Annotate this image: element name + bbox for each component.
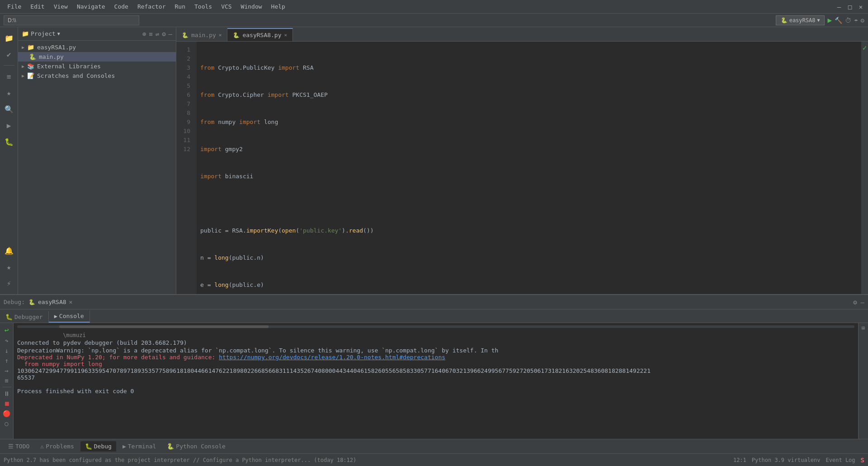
menu-code[interactable]: Code xyxy=(111,2,132,11)
structure-icon[interactable]: ≡ xyxy=(2,69,16,84)
menu-tools[interactable]: Tools xyxy=(191,2,216,11)
line-num-3: 3 xyxy=(176,63,193,72)
collapse-icon[interactable]: ≡ xyxy=(149,30,152,38)
tab-easyrsa8-py[interactable]: 🐍 easyRSA8.py ✕ xyxy=(227,28,293,41)
tab-problems[interactable]: ⚠ Problems xyxy=(36,441,78,452)
mute-breakpoints-icon[interactable]: ○ xyxy=(4,419,9,428)
tree-lib-expand-icon: ▶ xyxy=(22,64,24,69)
debug-label: Debug: xyxy=(4,299,25,305)
minimize-button[interactable]: — xyxy=(835,3,843,10)
right-gutter: ✓ xyxy=(861,42,868,294)
project-settings-icon[interactable]: ⚙ xyxy=(162,30,165,38)
run-to-cursor-icon[interactable]: → xyxy=(4,366,9,375)
menu-help[interactable]: Help xyxy=(268,2,289,11)
view-breakpoints-icon[interactable]: 🔴 xyxy=(2,409,11,418)
status-left: Python 2.7 has been configured as the pr… xyxy=(4,457,356,463)
stop-icon[interactable]: ⏹ xyxy=(3,399,11,408)
debug-deprecation-warning: DeprecationWarning: `np.long` is a depre… xyxy=(17,347,854,354)
bookmarks-icon[interactable]: ★ xyxy=(2,86,16,100)
evaluate-icon[interactable]: ≡ xyxy=(4,376,9,385)
debug-minimize-icon[interactable]: — xyxy=(861,299,864,306)
menu-file[interactable]: File xyxy=(4,2,25,11)
coverage-button[interactable]: ☂ xyxy=(854,17,858,24)
debugger-tab[interactable]: 🐛 Debugger xyxy=(0,311,49,323)
tree-item-main[interactable]: 🐍 main.py xyxy=(18,52,176,62)
menu-run[interactable]: Run xyxy=(171,2,189,11)
tab-easyrsa8-close[interactable]: ✕ xyxy=(284,32,288,38)
run-sidebar-icon[interactable]: ▶ xyxy=(2,118,16,133)
code-line-9: e = long(public.e) xyxy=(200,281,858,290)
tab-terminal[interactable]: ▶ Terminal xyxy=(118,441,160,452)
menu-window[interactable]: Window xyxy=(237,2,266,11)
tree-root-label: easyRSA1.py xyxy=(37,44,76,51)
close-button[interactable]: ✕ xyxy=(857,3,864,10)
debug-console-output[interactable]: \mumuzi Connected to pydev debugger (bui… xyxy=(14,323,858,439)
notifications-icon[interactable]: 🔔 xyxy=(2,243,16,258)
tab-main-py[interactable]: 🐍 main.py ✕ xyxy=(176,29,227,41)
check-mark-icon: ✓ xyxy=(861,43,868,52)
build-button[interactable]: 🔨 xyxy=(835,17,842,24)
debug-sidebar-icon[interactable]: 🐛 xyxy=(2,134,16,149)
debug-session-close[interactable]: ✕ xyxy=(69,299,73,305)
project-header-actions: ⊕ ≡ ⇌ ⚙ — xyxy=(142,30,172,38)
tab-python-console[interactable]: 🐍 Python Console xyxy=(162,441,230,452)
path-input[interactable] xyxy=(4,15,139,25)
restart-debug-icon[interactable]: ↩ xyxy=(4,325,10,335)
interpreter-info[interactable]: Python 3.9 virtualenv xyxy=(752,457,821,463)
debug-tab-label: Debug xyxy=(94,443,112,450)
tab-todo[interactable]: ☰ TODO xyxy=(4,441,34,452)
run-button[interactable]: ▶ xyxy=(827,16,832,24)
left-sidebar-icons: 📁 ✔ ≡ ★ 🔍 ▶ 🐛 🔔 ★ ⚡ xyxy=(0,27,18,294)
tab-main-close[interactable]: ✕ xyxy=(219,32,222,38)
run-config-selector[interactable]: 🐍 easyRSA8 ▼ xyxy=(776,15,825,25)
editor-tabs: 🐍 main.py ✕ 🐍 easyRSA8.py ✕ xyxy=(176,27,868,42)
console-tab-label: Console xyxy=(59,313,84,319)
lib-icon: 📚 xyxy=(27,63,34,70)
project-sidebar-icon[interactable]: 📁 xyxy=(2,31,16,45)
favorites-icon[interactable]: ★ xyxy=(2,260,16,274)
menu-refactor[interactable]: Refactor xyxy=(134,2,170,11)
commit-icon[interactable]: ✔ xyxy=(2,47,16,62)
minimize-panel-icon[interactable]: — xyxy=(169,30,172,38)
debug-settings-icon[interactable]: ⚙ xyxy=(853,299,857,306)
locate-icon[interactable]: ⊕ xyxy=(142,30,146,38)
dropdown-icon: ▼ xyxy=(817,18,820,23)
menu-view[interactable]: View xyxy=(50,2,71,11)
cursor-position[interactable]: 12:1 xyxy=(733,457,746,463)
console-tab[interactable]: ▶ Console xyxy=(49,310,90,323)
code-line-3: from numpy import long xyxy=(200,118,858,127)
profile-button[interactable]: ⏱ xyxy=(845,17,851,24)
menu-items: File Edit View Navigate Code Refactor Ru… xyxy=(4,2,289,11)
step-out-icon[interactable]: ↑ xyxy=(4,356,9,365)
code-line-4: import gmpy2 xyxy=(200,145,858,154)
bottom-sidebar-icons: 🔔 ★ ⚡ xyxy=(2,243,16,294)
menu-navigate[interactable]: Navigate xyxy=(73,2,109,11)
debug-horizontal-scrollbar[interactable] xyxy=(17,324,854,329)
line-num-6: 6 xyxy=(176,90,193,100)
sougou-icon[interactable]: S xyxy=(861,456,864,464)
plugins-icon[interactable]: ⚡ xyxy=(2,276,16,290)
code-content[interactable]: from Crypto.PublicKey import RSA from Cr… xyxy=(197,42,861,294)
debug-layout-icon[interactable]: ⊞ xyxy=(862,325,865,331)
line-num-2: 2 xyxy=(176,54,193,63)
step-over-icon[interactable]: ↷ xyxy=(4,336,9,345)
pause-icon[interactable]: ⏸ xyxy=(3,389,11,398)
find-icon[interactable]: 🔍 xyxy=(2,102,16,116)
tree-item-root[interactable]: ▶ 📁 easyRSA1.py xyxy=(18,43,176,52)
numpy-link[interactable]: https://numpy.org/devdocs/release/1.20.0… xyxy=(219,354,445,361)
maximize-button[interactable]: □ xyxy=(846,3,854,10)
tree-item-scratches[interactable]: ▶ 📝 Scratches and Consoles xyxy=(18,71,176,81)
menu-edit[interactable]: Edit xyxy=(27,2,48,11)
tab-easyrsa8-icon: 🐍 xyxy=(233,32,240,38)
debug-session-name: easyRSA8 xyxy=(38,299,66,305)
debug-session-tab[interactable]: 🐍 easyRSA8 ✕ xyxy=(28,299,72,305)
tab-debug[interactable]: 🐛 Debug xyxy=(80,441,116,452)
event-log[interactable]: Event Log xyxy=(826,457,855,463)
menu-vcs[interactable]: VCS xyxy=(217,2,235,11)
settings-toolbar-button[interactable]: ⚙ xyxy=(861,17,864,24)
tree-item-ext-libs[interactable]: ▶ 📚 External Libraries xyxy=(18,62,176,71)
run-config-icon: 🐍 xyxy=(781,17,788,24)
expand-icon[interactable]: ⇌ xyxy=(156,30,159,38)
status-warning[interactable]: Python 2.7 has been configured as the pr… xyxy=(4,457,356,463)
step-into-icon[interactable]: ↓ xyxy=(4,346,9,355)
